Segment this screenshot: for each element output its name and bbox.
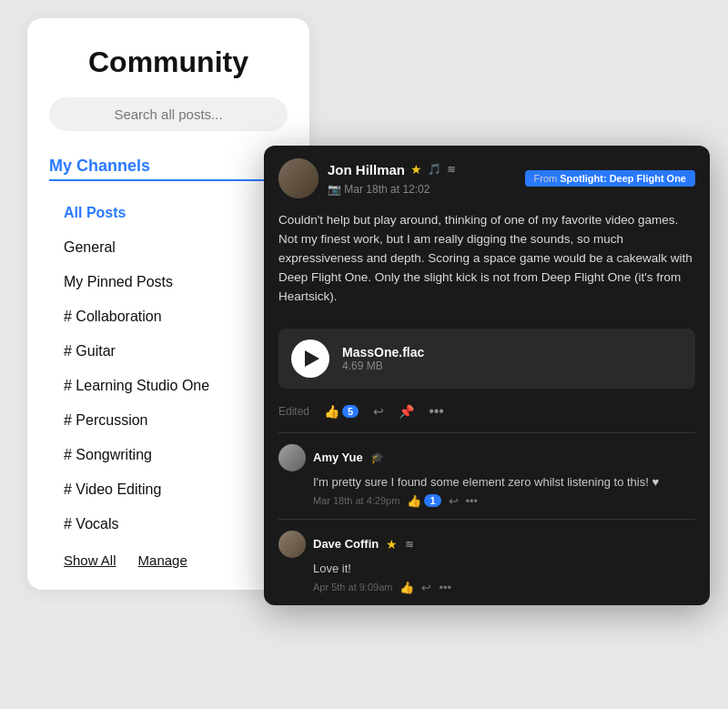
post-card: Jon Hillman ★ 🎵 ≋ 📷 Mar 18th at 12:02 Fr…: [264, 146, 710, 605]
comment-2-badge: ≋: [405, 538, 414, 551]
edited-label: Edited: [278, 405, 309, 418]
comment-2-header: Dave Coffin ★ ≋: [278, 531, 695, 558]
like-button[interactable]: 👍 5: [320, 402, 362, 420]
nav-item-songwriting[interactable]: # Songwriting: [49, 438, 288, 472]
author-row: Jon Hillman ★ 🎵 ≋ 📷 Mar 18th at 12:02: [328, 162, 516, 196]
audio-player: MassOne.flac 4.69 MB: [278, 329, 695, 389]
badge-icon: 🎵: [428, 163, 441, 176]
play-button[interactable]: [291, 339, 329, 378]
nav-item-percussion[interactable]: # Percussion: [49, 403, 288, 438]
comment-1-text: I'm pretty sure I found some element zer…: [313, 475, 695, 489]
audio-filename: MassOne.flac: [342, 345, 682, 360]
more-options-button[interactable]: •••: [425, 401, 448, 421]
like-icon: 👍: [407, 494, 421, 508]
post-actions: Edited 👍 5 ↩ 📌 •••: [264, 401, 710, 432]
nav-item-vocals[interactable]: # Vocals: [49, 507, 288, 542]
author-avatar: [278, 158, 318, 198]
nav-item-learning-studio[interactable]: # Learning Studio One: [49, 369, 288, 403]
comment-2: Dave Coffin ★ ≋ Love it! Apr 5th at 9:09…: [264, 520, 710, 605]
section-label: My Channels: [49, 157, 288, 176]
nav-item-collaboration[interactable]: # Collaboration: [49, 299, 288, 334]
comment-1-like[interactable]: 👍 1: [407, 494, 440, 508]
nav-item-all-posts[interactable]: All Posts: [49, 196, 288, 230]
grad-icon: 🎓: [370, 451, 384, 464]
footer-links: Show All Manage: [49, 552, 288, 568]
thumbs-up-icon: 👍: [324, 404, 339, 419]
comment-1-more[interactable]: •••: [466, 494, 479, 508]
author-name: Jon Hillman: [328, 162, 405, 177]
community-title: Community: [49, 46, 288, 79]
spotlight-link: Spotlight: Deep Flight One: [560, 173, 686, 184]
nav-item-video-editing[interactable]: # Video Editing: [49, 472, 288, 507]
manage-link[interactable]: Manage: [138, 552, 187, 568]
search-input[interactable]: [49, 97, 288, 131]
pin-button[interactable]: 📌: [395, 402, 418, 420]
comment-1-reply[interactable]: ↩: [449, 494, 459, 508]
comment-1-header: Amy Yue 🎓: [278, 444, 695, 471]
comment-2-more[interactable]: •••: [439, 581, 451, 594]
comment-1-author: Amy Yue: [313, 451, 363, 464]
comment-2-reply[interactable]: ↩: [421, 581, 431, 594]
play-icon: [305, 350, 319, 367]
nav-item-guitar[interactable]: # Guitar: [49, 334, 288, 369]
comment-2-avatar: [278, 531, 306, 558]
nav-item-general[interactable]: General: [49, 230, 288, 265]
audio-size: 4.69 MB: [342, 360, 682, 372]
reply-icon: ↩: [373, 404, 384, 419]
comment-1-avatar: [278, 444, 306, 471]
show-all-link[interactable]: Show All: [64, 552, 116, 568]
comment-2-text: Love it!: [313, 562, 695, 575]
like-count: 5: [342, 405, 359, 418]
comment-1-actions: Mar 18th at 4:29pm 👍 1 ↩ •••: [313, 494, 695, 508]
reply-button[interactable]: ↩: [369, 402, 388, 420]
comment-2-star: ★: [386, 537, 398, 552]
star-icon: ★: [410, 162, 422, 177]
comment-2-like[interactable]: 👍: [399, 581, 414, 594]
pin-icon: 📌: [399, 404, 414, 419]
wave-icon: ≋: [447, 163, 456, 176]
comment-1: Amy Yue 🎓 I'm pretty sure I found some e…: [264, 433, 710, 519]
post-body: Couldn't help but play around, thinking …: [264, 208, 710, 319]
section-divider: [49, 179, 288, 181]
comment-2-time: Apr 5th at 9:09am: [313, 582, 392, 593]
comment-2-author: Dave Coffin: [313, 537, 379, 551]
spotlight-badge[interactable]: From Spotlight: Deep Flight One: [525, 170, 695, 187]
comment-2-actions: Apr 5th at 9:09am 👍 ↩ •••: [313, 581, 695, 594]
post-meta: Jon Hillman ★ 🎵 ≋ 📷 Mar 18th at 12:02: [328, 162, 516, 196]
nav-item-pinned-posts[interactable]: My Pinned Posts: [49, 265, 288, 299]
comment-1-like-count: 1: [424, 494, 440, 507]
comment-1-time: Mar 18th at 4:29pm: [313, 495, 399, 506]
post-timestamp: 📷 Mar 18th at 12:02: [328, 183, 430, 196]
audio-info: MassOne.flac 4.69 MB: [342, 345, 682, 372]
post-header: Jon Hillman ★ 🎵 ≋ 📷 Mar 18th at 12:02 Fr…: [264, 146, 710, 208]
